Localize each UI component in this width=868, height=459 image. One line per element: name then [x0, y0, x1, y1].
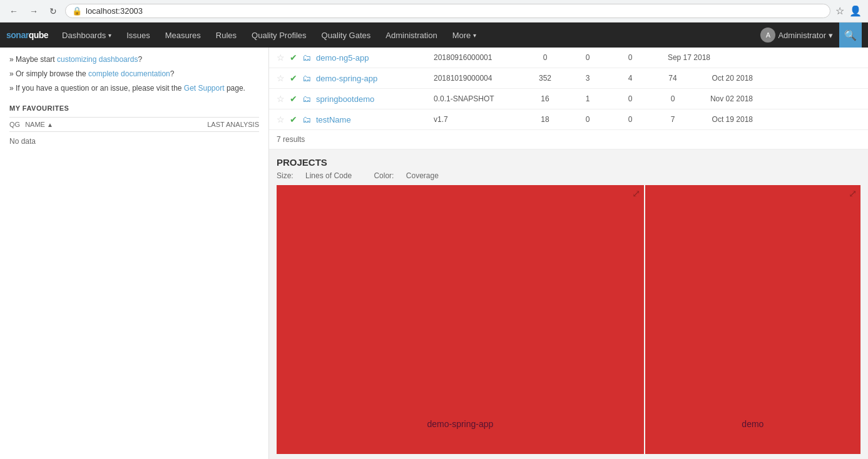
table-row: ☆ ✔ 🗂 testName v1.7 18 0 0 7 Oct 19 2018 [269, 109, 868, 130]
address-bar[interactable]: 🔒 localhost:32003 [65, 4, 830, 18]
viz-size-label: Size: Lines of Code [277, 171, 364, 180]
complete-documentation-link[interactable]: complete documentation [88, 69, 170, 78]
project-icon: 🗂 [302, 73, 311, 83]
refresh-button[interactable]: ↻ [46, 5, 60, 18]
bookmark-icon[interactable]: ☆ [835, 5, 844, 17]
treemap-container: ⤢ demo-spring-app ⤢ demo [277, 185, 860, 454]
project-metric-coverage: 0 [654, 94, 692, 103]
treemap-cell-demo[interactable]: ⤢ demo [645, 185, 860, 454]
admin-arrow-icon: ▾ [829, 31, 833, 40]
project-name-link[interactable]: demo-ng5-app [316, 53, 429, 63]
nav-administration[interactable]: Administration [378, 23, 444, 48]
treemap-expand-icon-right[interactable]: ⤢ [849, 188, 857, 199]
avatar: A [760, 28, 775, 43]
sidebar-info-line-3: » If you have a question or an issue, pl… [9, 83, 259, 94]
nav-quality-gates[interactable]: Quality Gates [314, 23, 379, 48]
status-passed-icon: ✔ [290, 114, 297, 124]
treemap-cell-demo-spring-app[interactable]: ⤢ demo-spring-app [277, 185, 644, 454]
status-passed-icon: ✔ [290, 94, 297, 104]
forward-button[interactable]: → [26, 5, 41, 18]
treemap-label-right: demo [742, 419, 763, 429]
project-metric-coverage: 74 [654, 74, 692, 83]
favourites-header: QG NAME ▲ LAST ANALYSIS [9, 118, 259, 132]
project-metric-coverage: 7 [654, 115, 692, 124]
project-metric-bugs: 16 [526, 94, 564, 103]
project-metric-vulnerabilities: 3 [569, 74, 606, 83]
project-metric-code-smells: 0 [611, 94, 649, 103]
favourites-col-name: NAME ▲ [25, 121, 53, 128]
search-button[interactable]: 🔍 [839, 23, 862, 48]
viz-title: PROJECTS [277, 157, 860, 168]
nav-dashboards[interactable]: Dashboards ▾ [54, 23, 119, 48]
project-date: Nov 02 2018 [697, 94, 753, 103]
project-name-link[interactable]: demo-spring-app [316, 74, 429, 83]
treemap-label-left: demo-spring-app [427, 419, 493, 429]
project-version: 0.0.1-SNAPSHOT [434, 94, 521, 103]
project-metric-code-smells: 4 [611, 74, 649, 83]
project-metric-bugs: 0 [526, 53, 564, 62]
project-metric-vulnerabilities: 0 [569, 115, 606, 124]
sidebar-info-line-2: » Or simply browse the complete document… [9, 68, 259, 80]
treemap-expand-icon-left[interactable]: ⤢ [632, 188, 640, 199]
sidebar-info-line-1: » Maybe start customizing dashboards? [9, 54, 259, 66]
project-metric-code-smells: 0 [611, 115, 649, 124]
project-metric-vulnerabilities: 1 [569, 94, 606, 103]
star-icon[interactable]: ☆ [277, 94, 285, 104]
star-icon[interactable]: ☆ [277, 114, 285, 124]
star-icon[interactable]: ☆ [277, 73, 285, 83]
nav-more[interactable]: More ▾ [445, 23, 484, 48]
sonarqube-logo: sonarqube [6, 30, 48, 40]
project-date: Oct 20 2018 [697, 74, 753, 83]
project-icon: 🗂 [302, 94, 311, 104]
table-row: ☆ ✔ 🗂 demo-spring-app 20181019000004 352… [269, 68, 868, 89]
sidebar-info: » Maybe start customizing dashboards? » … [9, 54, 259, 95]
project-metric-vulnerabilities: 0 [569, 53, 606, 62]
project-date: Sep 17 2018 [654, 53, 710, 62]
table-row: ☆ ✔ 🗂 springbootdemo 0.0.1-SNAPSHOT 16 1… [269, 89, 868, 109]
customizing-dashboards-link[interactable]: customizing dashboards [57, 55, 138, 64]
viz-color-label: Color: Coverage [374, 171, 448, 180]
dashboards-arrow-icon: ▾ [108, 32, 111, 39]
projects-viz-section: PROJECTS Size: Lines of Code Color: Cove… [269, 149, 868, 459]
project-icon: 🗂 [302, 114, 311, 124]
star-icon[interactable]: ☆ [277, 53, 285, 63]
table-row: ☆ ✔ 🗂 demo-ng5-app 20180916000001 0 0 0 … [269, 48, 868, 68]
top-nav: sonarqube Dashboards ▾ Issues Measures R… [0, 23, 868, 48]
logo-qube: qube [29, 30, 48, 40]
logo-sonar: sonar [6, 30, 29, 40]
project-metric-bugs: 352 [526, 74, 564, 83]
no-data-text: No data [9, 132, 259, 151]
project-icon: 🗂 [302, 53, 311, 63]
url-text: localhost:32003 [86, 6, 143, 16]
main-content: ☆ ✔ 🗂 demo-ng5-app 20180916000001 0 0 0 … [269, 48, 868, 459]
nav-issues[interactable]: Issues [119, 23, 158, 48]
nav-rules[interactable]: Rules [208, 23, 244, 48]
project-date: Oct 19 2018 [697, 115, 753, 124]
admin-menu[interactable]: A Administrator ▾ [754, 28, 839, 43]
user-icon[interactable]: 👤 [849, 5, 862, 17]
status-passed-icon: ✔ [290, 73, 297, 83]
project-version: 20181019000004 [434, 74, 521, 83]
project-name-link[interactable]: testName [316, 115, 429, 124]
lock-icon: 🔒 [72, 6, 82, 16]
back-button[interactable]: ← [6, 5, 21, 18]
status-passed-icon: ✔ [290, 53, 297, 63]
project-version: v1.7 [434, 115, 521, 124]
project-metric-bugs: 18 [526, 115, 564, 124]
my-favourites-section: MY FAVOURITES QG NAME ▲ LAST ANALYSIS No… [9, 104, 259, 151]
favourites-col-qg: QG [9, 121, 20, 128]
more-arrow-icon: ▾ [473, 32, 476, 39]
browser-bar: ← → ↻ 🔒 localhost:32003 ☆ 👤 [0, 0, 868, 23]
sidebar: » Maybe start customizing dashboards? » … [0, 48, 269, 459]
nav-quality-profiles[interactable]: Quality Profiles [244, 23, 314, 48]
my-favourites-title: MY FAVOURITES [9, 104, 259, 112]
main-layout: » Maybe start customizing dashboards? » … [0, 48, 868, 459]
project-metric-debt: 0 [611, 53, 649, 62]
get-support-link[interactable]: Get Support [184, 84, 225, 93]
projects-list: ☆ ✔ 🗂 demo-ng5-app 20180916000001 0 0 0 … [269, 48, 868, 149]
nav-measures[interactable]: Measures [158, 23, 208, 48]
project-version: 20180916000001 [434, 53, 521, 62]
viz-meta: Size: Lines of Code Color: Coverage [277, 171, 860, 180]
favourites-header-left: QG NAME ▲ [9, 121, 53, 128]
project-name-link[interactable]: springbootdemo [316, 94, 429, 104]
